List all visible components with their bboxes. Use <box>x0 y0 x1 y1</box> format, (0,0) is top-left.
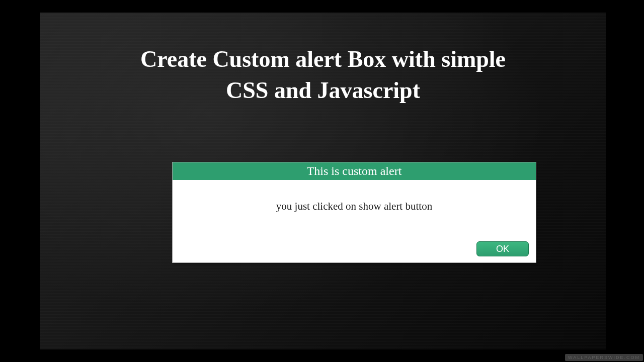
alert-message-text: you just clicked on show alert button <box>276 200 432 212</box>
background-panel: Create Custom alert Box with simple CSS … <box>40 13 606 349</box>
alert-title-bar: This is custom alert <box>173 162 536 180</box>
alert-message-area: you just clicked on show alert button <box>173 180 536 213</box>
alert-title-text: This is custom alert <box>307 164 402 177</box>
heading-line-1: Create Custom alert Box with simple <box>140 46 506 72</box>
ok-button[interactable]: OK <box>476 241 529 256</box>
watermark-text: WALLPAPERSWIDE.COM <box>565 354 643 361</box>
heading-line-2: CSS and Javascript <box>226 77 420 103</box>
custom-alert-dialog: This is custom alert you just clicked on… <box>172 162 536 263</box>
ok-button-label: OK <box>496 244 509 254</box>
page-title: Create Custom alert Box with simple CSS … <box>40 44 606 106</box>
